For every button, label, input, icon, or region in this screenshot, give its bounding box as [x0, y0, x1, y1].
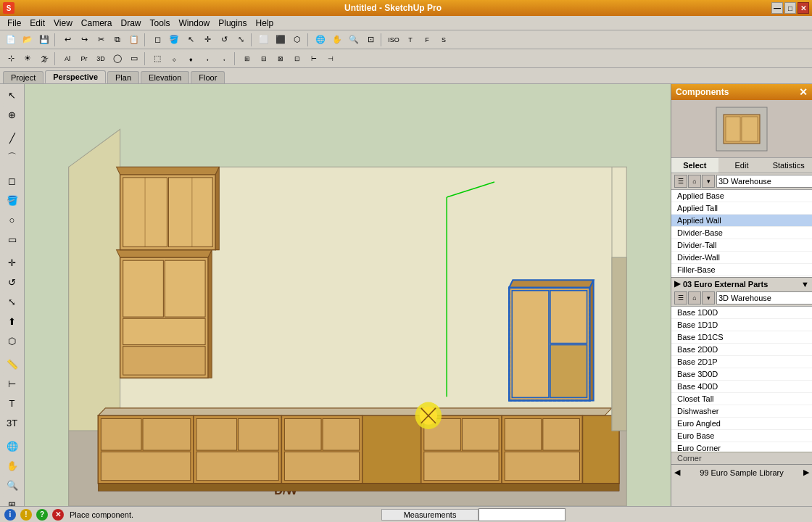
search-input-1[interactable] — [716, 175, 812, 188]
view-list-btn-2[interactable]: ☰ — [674, 291, 687, 304]
lt-rect2[interactable]: ▭ — [3, 230, 22, 249]
tab-elevation[interactable]: Elevation — [141, 71, 189, 83]
list-item-2[interactable]: Euro Angled — [671, 418, 812, 430]
close-button[interactable]: ✕ — [798, 2, 809, 14]
lt-rotate2[interactable]: ↺ — [3, 273, 22, 291]
menu-help[interactable]: Help — [252, 17, 278, 30]
tb-redo[interactable]: ↪ — [76, 32, 92, 48]
minimize-button[interactable]: — — [771, 2, 783, 14]
list-item-2[interactable]: Dishwasher — [671, 405, 812, 418]
list-item-2[interactable]: Base 1D1D — [671, 319, 812, 331]
view-list-btn[interactable]: ☰ — [674, 175, 687, 188]
tb-rotate[interactable]: ↺ — [216, 32, 232, 48]
lt-spacemouse[interactable]: ⊕ — [3, 105, 22, 124]
list-item[interactable]: Divider-Tall — [671, 239, 812, 252]
list-item[interactable]: Divider-Base — [671, 227, 812, 239]
tb-paint[interactable]: 🪣 — [166, 32, 182, 48]
lt-pushpull2[interactable]: ⬆ — [3, 312, 22, 331]
tb-pan[interactable]: ✋ — [329, 32, 345, 48]
list-item-2[interactable]: Base 2D1P — [671, 356, 812, 368]
footer-prev-btn[interactable]: ◀ — [674, 468, 680, 477]
canvas-area[interactable]: Use SketchUp's inferencing to position p… — [25, 84, 671, 506]
tb-followme[interactable]: ⬛ — [273, 32, 289, 48]
tb-dim[interactable]: ⊢ — [306, 51, 322, 67]
measurements-input[interactable] — [478, 508, 566, 521]
error-icon[interactable]: ✕ — [52, 509, 64, 521]
tb-erase[interactable]: ◻ — [149, 32, 165, 48]
tb-select[interactable]: ↖ — [183, 32, 199, 48]
lt-text2[interactable]: T — [3, 394, 22, 413]
lt-eraser[interactable]: ◻ — [3, 171, 22, 190]
tb-hidden[interactable]: ⬧ — [183, 51, 199, 67]
search-input-2[interactable] — [716, 291, 812, 304]
info-icon[interactable]: i — [4, 509, 16, 521]
list-item-2[interactable]: Euro Base — [671, 430, 812, 442]
view-home-btn-2[interactable]: ⌂ — [688, 291, 701, 304]
lt-paint[interactable]: 🪣 — [3, 191, 22, 210]
tb-3d[interactable]: 3D — [93, 51, 109, 67]
tb-copy[interactable]: ⧉ — [109, 32, 125, 48]
list-item[interactable]: Applied Base — [671, 190, 812, 202]
expand-button[interactable]: ▶ — [674, 279, 680, 289]
menu-camera[interactable]: Camera — [77, 17, 117, 30]
list-item[interactable]: Filler-Base — [671, 264, 812, 276]
tb-fog[interactable]: 🌫 — [36, 51, 52, 67]
lt-circle[interactable]: ○ — [3, 210, 22, 229]
tb-wireframe[interactable]: ⬦ — [166, 51, 182, 67]
tab-statistics[interactable]: Statistics — [765, 158, 812, 173]
menu-draw[interactable]: Draw — [117, 17, 146, 30]
tab-perspective[interactable]: Perspective — [45, 70, 106, 83]
tab-floor[interactable]: Floor — [191, 71, 225, 83]
tb-shadows[interactable]: ☀ — [20, 51, 36, 67]
tb-zoom[interactable]: 🔍 — [346, 32, 362, 48]
lt-line[interactable]: ╱ — [3, 128, 22, 147]
lt-tape2[interactable]: 📏 — [3, 355, 22, 373]
lt-zoomwin[interactable]: ⊞ — [3, 495, 22, 506]
tb-top[interactable]: T — [402, 32, 418, 48]
tb-group[interactable]: ⊟ — [256, 51, 272, 67]
list-item-selected[interactable]: Applied Wall — [671, 215, 812, 227]
tab-select[interactable]: Select — [671, 158, 718, 173]
tb-zoomextents[interactable]: ⊡ — [362, 32, 378, 48]
lt-scale2[interactable]: ⤡ — [3, 292, 22, 311]
tb-axes[interactable]: ⊹ — [3, 51, 19, 67]
tb-new[interactable]: 📄 — [3, 32, 19, 48]
list-item-2[interactable]: Euro Corner — [671, 442, 812, 452]
tb-components[interactable]: ⊞ — [239, 51, 255, 67]
tb-shaded[interactable]: ⬪ — [199, 51, 215, 67]
menu-view[interactable]: View — [49, 17, 77, 30]
maximize-button[interactable]: □ — [784, 2, 796, 14]
footer-next-btn[interactable]: ▶ — [803, 468, 809, 477]
lt-zoom2[interactable]: 🔍 — [3, 476, 22, 494]
tb-text[interactable]: ⊡ — [289, 51, 305, 67]
lt-3dtext[interactable]: 3T — [3, 413, 22, 432]
list-item-2[interactable]: Closet Tall — [671, 393, 812, 405]
tb-pushpull[interactable]: ⬜ — [256, 32, 272, 48]
help-icon[interactable]: ? — [36, 509, 48, 521]
tb-undo[interactable]: ↩ — [59, 32, 75, 48]
tb-open[interactable]: 📂 — [20, 32, 36, 48]
tb-orbit[interactable]: 🌐 — [312, 32, 328, 48]
tb-move[interactable]: ✛ — [199, 32, 215, 48]
tb-scale[interactable]: ⤡ — [233, 32, 249, 48]
section2-arrow[interactable]: ▼ — [801, 280, 809, 289]
view-home-btn[interactable]: ⌂ — [688, 175, 701, 188]
tab-plan[interactable]: Plan — [107, 71, 139, 83]
view-dropdown-btn-2[interactable]: ▾ — [702, 291, 715, 304]
tb-xray[interactable]: ⬚ — [149, 51, 165, 67]
tb-rect-tool[interactable]: ▭ — [126, 51, 142, 67]
lt-select[interactable]: ↖ — [3, 86, 22, 104]
tb-circle-tool[interactable]: ◯ — [109, 51, 125, 67]
menu-tools[interactable]: Tools — [146, 17, 175, 30]
tb-tape[interactable]: ⊠ — [273, 51, 289, 67]
view-dropdown-btn[interactable]: ▾ — [702, 175, 715, 188]
tb-front[interactable]: F — [419, 32, 435, 48]
list-item[interactable]: Divider-Wall — [671, 252, 812, 264]
tb-offset[interactable]: ⬡ — [289, 32, 305, 48]
list-item-2[interactable]: Base 4D0D — [671, 381, 812, 393]
list-item-2[interactable]: Base 3D0D — [671, 368, 812, 381]
lt-offset2[interactable]: ⬡ — [3, 331, 22, 350]
tab-edit[interactable]: Edit — [718, 158, 766, 173]
tb-section[interactable]: Al — [59, 51, 75, 67]
tab-project[interactable]: Project — [3, 71, 44, 83]
